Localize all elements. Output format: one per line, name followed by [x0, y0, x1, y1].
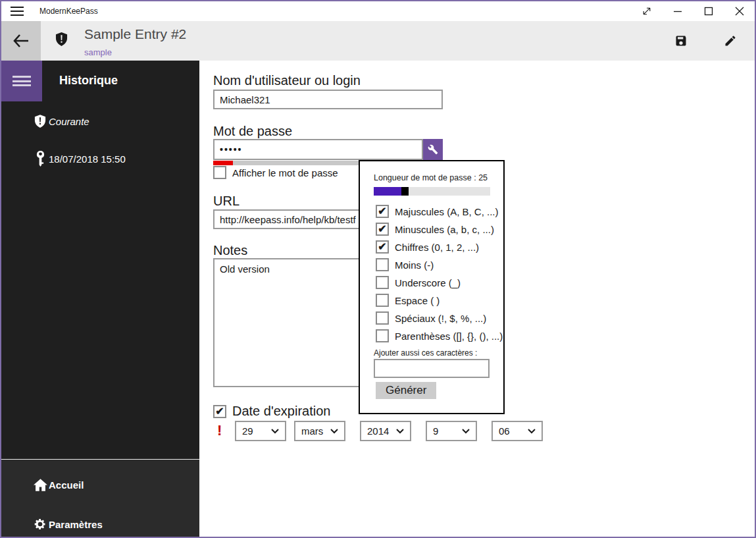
entry-group-link[interactable]: sample	[84, 47, 112, 57]
sidebar-item-label: 18/07/2018 15:50	[49, 153, 126, 165]
sidebar-item-label: Accueil	[49, 479, 84, 491]
gear-icon	[33, 518, 47, 531]
minimize-icon	[673, 7, 682, 16]
option-minus: Moins (-)	[376, 258, 434, 271]
expiration-checkbox[interactable]: ✔	[213, 405, 226, 418]
option-label: Majuscules (A, B, C, ...)	[395, 206, 499, 217]
additional-chars-input[interactable]	[374, 359, 490, 378]
chevron-down-icon	[330, 429, 338, 434]
username-label: Nom d'utilisateur ou login	[213, 73, 361, 88]
save-icon	[674, 34, 688, 47]
generate-button[interactable]: Générer	[376, 382, 436, 399]
notes-label: Notes	[213, 243, 247, 258]
space-checkbox[interactable]	[376, 294, 389, 307]
app-bar: Sample Entry #2 sample	[1, 21, 755, 61]
option-uppercase: ✔ Majuscules (A, B, C, ...)	[376, 205, 499, 218]
password-input[interactable]	[213, 139, 423, 160]
option-label: Espace ( )	[395, 295, 440, 306]
minimize-button[interactable]	[662, 1, 693, 21]
app-window: ModernKeePass	[0, 0, 756, 538]
maximize-button[interactable]	[693, 1, 724, 21]
option-digits: ✔ Chiffres (0, 1, 2, ...)	[376, 240, 479, 254]
hour-dropdown[interactable]: 9	[426, 421, 477, 441]
sidebar-footer: Accueil Paramètres	[1, 459, 199, 537]
back-button[interactable]	[1, 21, 41, 61]
nav-hamburger-button[interactable]	[1, 61, 42, 101]
option-label: Chiffres (0, 1, 2, ...)	[395, 242, 479, 253]
sidebar-item-current[interactable]: Courante	[1, 108, 199, 134]
chevron-down-icon	[462, 429, 470, 434]
window-title: ModernKeePass	[39, 1, 98, 21]
title-bar: ModernKeePass	[1, 1, 755, 21]
expiration-label: Date d'expiration	[232, 404, 330, 419]
option-special: Spéciaux (!, $, %, ...)	[376, 311, 486, 325]
slider-fill	[374, 187, 401, 196]
entry-shield-exclamation-icon	[55, 32, 68, 47]
expiration-warning-icon: !	[217, 422, 222, 439]
url-label: URL	[213, 194, 239, 209]
option-label: Parenthèses ([], {}, (), ...)	[395, 331, 503, 342]
edit-button[interactable]	[705, 21, 755, 61]
password-generator-popup: Longueur de mot de passe : 25 ✔ Majuscul…	[359, 160, 505, 414]
brackets-checkbox[interactable]	[376, 329, 389, 342]
option-space: Espace ( )	[376, 294, 440, 307]
key-icon	[33, 151, 47, 167]
day-value: 29	[242, 425, 253, 437]
sidebar-item-home[interactable]: Accueil	[1, 471, 199, 498]
option-label: Minuscules (a, b, c, ...)	[395, 224, 494, 235]
underscore-checkbox[interactable]	[376, 276, 389, 289]
close-icon	[735, 7, 744, 16]
hamburger-icon	[13, 76, 31, 86]
day-dropdown[interactable]: 29	[235, 421, 286, 441]
shield-exclamation-icon	[33, 115, 47, 128]
option-lowercase: ✔ Minuscules (a, b, c, ...)	[376, 223, 494, 236]
minute-value: 06	[499, 425, 510, 437]
show-password-checkbox[interactable]	[213, 166, 226, 179]
sidebar-item-settings[interactable]: Paramètres	[1, 511, 199, 537]
length-label: Longueur de mot de passe : 25	[374, 173, 488, 182]
show-password-row: Afficher le mot de passe	[213, 166, 338, 179]
hour-value: 9	[433, 425, 438, 437]
minute-dropdown[interactable]: 06	[491, 421, 543, 441]
option-label: Underscore (_)	[395, 277, 461, 288]
digits-checkbox[interactable]: ✔	[376, 240, 389, 254]
chevron-down-icon	[271, 429, 279, 434]
sidebar-heading: Historique	[59, 74, 118, 88]
entry-title: Sample Entry #2	[84, 26, 186, 42]
sidebar-item-history-entry[interactable]: 18/07/2018 15:50	[1, 146, 199, 172]
fullscreen-button[interactable]	[631, 1, 662, 21]
slider-handle[interactable]	[401, 187, 409, 196]
option-underscore: Underscore (_)	[376, 276, 461, 289]
password-label: Mot de passe	[213, 124, 292, 139]
maximize-icon	[704, 7, 713, 16]
month-value: mars	[301, 425, 323, 437]
special-checkbox[interactable]	[376, 311, 389, 325]
chevron-down-icon	[396, 429, 404, 434]
pencil-icon	[724, 34, 737, 47]
sidebar-item-label: Paramètres	[49, 519, 103, 530]
year-value: 2014	[367, 425, 389, 437]
expiration-row: ✔ Date d'expiration	[213, 404, 330, 419]
back-arrow-icon	[13, 34, 30, 48]
length-slider[interactable]	[374, 187, 490, 196]
fullscreen-icon	[642, 6, 652, 16]
save-button[interactable]	[656, 21, 705, 61]
option-label: Moins (-)	[395, 259, 434, 271]
lowercase-checkbox[interactable]: ✔	[376, 223, 389, 236]
year-dropdown[interactable]: 2014	[360, 421, 411, 441]
option-label: Spéciaux (!, $, %, ...)	[395, 313, 486, 324]
show-password-label: Afficher le mot de passe	[232, 167, 338, 178]
uppercase-checkbox[interactable]: ✔	[376, 205, 389, 218]
password-generator-button[interactable]	[423, 139, 443, 160]
chevron-down-icon	[528, 429, 536, 434]
close-button[interactable]	[724, 1, 755, 21]
sidebar-item-label: Courante	[49, 116, 89, 127]
option-brackets: Parenthèses ([], {}, (), ...)	[376, 329, 503, 342]
additional-chars-label: Ajouter aussi ces caractères :	[374, 348, 477, 358]
wrench-icon	[428, 144, 438, 155]
titlebar-menu-icon[interactable]	[11, 7, 24, 16]
history-sidebar: Historique Courante 18/07/2018 15:50 Acc…	[1, 61, 199, 537]
minus-checkbox[interactable]	[376, 258, 389, 271]
username-input[interactable]	[213, 90, 443, 109]
month-dropdown[interactable]: mars	[294, 421, 345, 441]
